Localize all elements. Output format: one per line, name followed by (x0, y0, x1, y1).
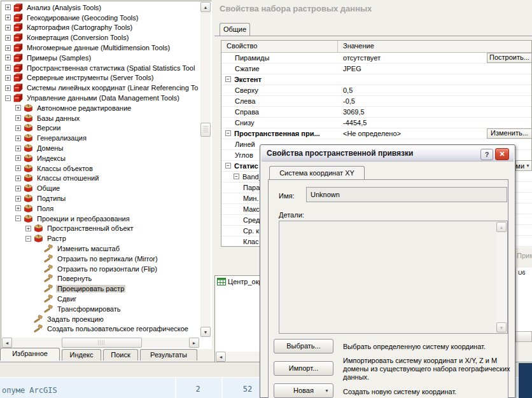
tab-index[interactable]: Индекс (62, 349, 101, 360)
expand-plus-icon[interactable]: + (5, 65, 11, 71)
collapse-minus-icon[interactable]: − (225, 76, 231, 82)
expand-plus-icon[interactable]: + (5, 4, 11, 10)
apply-button-fragment[interactable]: Прим (515, 247, 532, 268)
tree-item[interactable]: −Проекции и преобразования (3, 214, 199, 224)
forum-topic-text[interactable]: опуме ArcGIS (2, 386, 57, 395)
tree-item[interactable]: +Автономное редактирование (3, 103, 199, 113)
tab-general[interactable]: Общие (220, 23, 250, 36)
tree-item[interactable]: Отразить по горизонтали (Flip) (3, 264, 199, 274)
tree-item[interactable]: Трансформировать (3, 304, 199, 314)
expand-plus-icon[interactable]: + (5, 45, 11, 51)
tree-item[interactable]: Изменить масштаб (3, 244, 199, 254)
tree-item[interactable]: +Анализ (Analysis Tools) (3, 3, 199, 13)
table-row[interactable]: СжатиеJPEG (221, 64, 531, 74)
collapse-minus-icon[interactable]: − (25, 236, 31, 242)
new-coordinate-system-button[interactable]: Новая▼ (274, 383, 333, 398)
build-pyramids-button[interactable]: Построить... (487, 53, 532, 63)
collapse-minus-icon[interactable]: − (5, 95, 11, 101)
expand-plus-icon[interactable]: + (5, 35, 11, 41)
tree-item[interactable]: +Конвертация (Conversion Tools) (3, 32, 199, 43)
help-icon[interactable]: ? (480, 149, 493, 160)
expand-plus-icon[interactable]: + (5, 15, 11, 20)
expand-plus-icon[interactable]: + (15, 115, 21, 121)
tree-item[interactable]: +Геокодирование (Geocoding Tools) (3, 13, 199, 23)
tab-results[interactable]: Результаты (140, 349, 197, 360)
table-row[interactable]: −Пространственная при...<Не определено>И… (221, 128, 531, 139)
statistics-options-button-fragment[interactable]: ми▼ (515, 160, 532, 171)
dialog-titlebar[interactable]: Свойства пространственной привязки ? ✕ (262, 146, 514, 161)
list-item[interactable]: Центр_окр (217, 278, 263, 285)
tree-item[interactable]: +Классы отношений (3, 174, 199, 184)
scroll-down-icon[interactable]: ▼ (496, 322, 507, 333)
tree-item[interactable]: +Версии (3, 123, 199, 134)
scroll-down-icon[interactable]: ▼ (200, 327, 211, 337)
expand-plus-icon[interactable]: + (15, 125, 21, 131)
name-field[interactable]: Unknown (306, 187, 507, 202)
tab-search[interactable]: Поиск (103, 349, 138, 360)
expand-plus-icon[interactable]: + (5, 55, 11, 60)
tree-item[interactable]: −Растр (3, 233, 199, 244)
tree-item[interactable]: +Пространственная статистика (Spatial St… (3, 63, 199, 73)
tree-item[interactable]: Создать пользовательское географическое (3, 324, 199, 334)
details-vscrollbar[interactable]: ▲ ▼ (496, 222, 507, 333)
expand-plus-icon[interactable]: + (15, 146, 21, 151)
tree-item[interactable]: +Поля (3, 203, 199, 214)
tab-xy-coordinate-system[interactable]: Система координат XY (269, 166, 365, 180)
tree-item[interactable]: +Многомерные данные (Multidimension Tool… (3, 43, 199, 53)
expand-plus-icon[interactable]: + (15, 165, 21, 171)
collapse-minus-icon[interactable]: − (15, 216, 21, 221)
expand-plus-icon[interactable]: + (5, 25, 11, 31)
scroll-right-icon[interactable]: ► (189, 338, 199, 348)
expand-plus-icon[interactable]: + (5, 75, 11, 81)
select-coordinate-system-button[interactable]: Выбрать... (274, 339, 333, 353)
table-row[interactable]: Справа3069,5 (221, 107, 531, 118)
tree-item[interactable]: +Серверные инструменты (Server Tools) (3, 73, 199, 83)
tree-item[interactable]: +Генерализация (3, 133, 199, 143)
table-row[interactable]: Слева-0,5 (221, 96, 531, 107)
table-row[interactable]: Сверху0,5 (221, 85, 531, 96)
tree-item[interactable]: −Управление данными (Data Management Too… (3, 93, 199, 103)
scroll-left-icon[interactable]: ◄ (2, 338, 12, 348)
close-icon[interactable]: ✕ (495, 148, 509, 160)
tree-item[interactable]: Задать проекцию (3, 314, 199, 324)
tree-vscrollbar[interactable]: ▲ ▼ (200, 2, 211, 337)
expand-plus-icon[interactable]: + (15, 196, 21, 202)
expand-plus-icon[interactable]: + (15, 186, 21, 191)
tree-item[interactable]: Отразить по вертикали (Mirror) (3, 254, 199, 264)
tree-vscroll-thumb[interactable] (200, 123, 211, 137)
tree-hscrollbar[interactable]: ◄ ► (2, 338, 199, 348)
expand-plus-icon[interactable]: + (15, 105, 21, 111)
tab-favorites[interactable]: Избранное (0, 348, 60, 360)
tree-item[interactable]: +Подтипы (3, 193, 199, 203)
table-row[interactable]: −Экстент (221, 74, 531, 85)
table-row[interactable]: Снизу-4454,5 (221, 118, 531, 128)
details-textarea[interactable]: ▲ ▼ (279, 221, 508, 334)
scrollbar-fragment[interactable] (515, 331, 532, 342)
edit-spatial-reference-button[interactable]: Изменить... (487, 128, 532, 139)
expand-plus-icon[interactable]: + (15, 175, 21, 181)
expand-plus-icon[interactable]: + (15, 205, 21, 211)
tree-item[interactable]: Повернуть (3, 274, 199, 284)
table-row[interactable]: ПирамидыотсутствуетПостроить... (221, 53, 531, 64)
scroll-up-icon[interactable]: ▲ (496, 222, 507, 232)
expand-plus-icon[interactable]: + (5, 85, 11, 91)
expand-plus-icon[interactable]: + (15, 155, 21, 161)
collapse-minus-icon[interactable]: − (234, 174, 239, 179)
tree-item[interactable]: +Домены (3, 143, 199, 153)
import-coordinate-system-button[interactable]: Импорт... (274, 361, 333, 376)
scroll-left-icon[interactable]: ◄ (216, 352, 226, 362)
tree-item[interactable]: +Системы линейных координат (Linear Refe… (3, 83, 199, 93)
tree-item[interactable]: +Примеры (Samples) (3, 53, 199, 63)
collapse-minus-icon[interactable]: − (225, 163, 231, 168)
tree-item[interactable]: +Картография (Cartography Tools) (3, 23, 199, 33)
tree-hscroll-thumb[interactable] (62, 338, 142, 348)
tree-item[interactable]: +Классы объектов (3, 163, 199, 174)
tree-item[interactable]: +Пространственный объект (3, 224, 199, 234)
tree-item[interactable]: +Базы данных (3, 113, 199, 123)
tree-item[interactable]: +Индексы (3, 153, 199, 163)
expand-plus-icon[interactable]: + (15, 135, 21, 141)
tree-item[interactable]: Сдвиг (3, 294, 199, 304)
tree-item[interactable]: +Общие (3, 183, 199, 193)
scroll-up-icon[interactable]: ▲ (200, 2, 211, 12)
collapse-minus-icon[interactable]: − (225, 130, 231, 136)
